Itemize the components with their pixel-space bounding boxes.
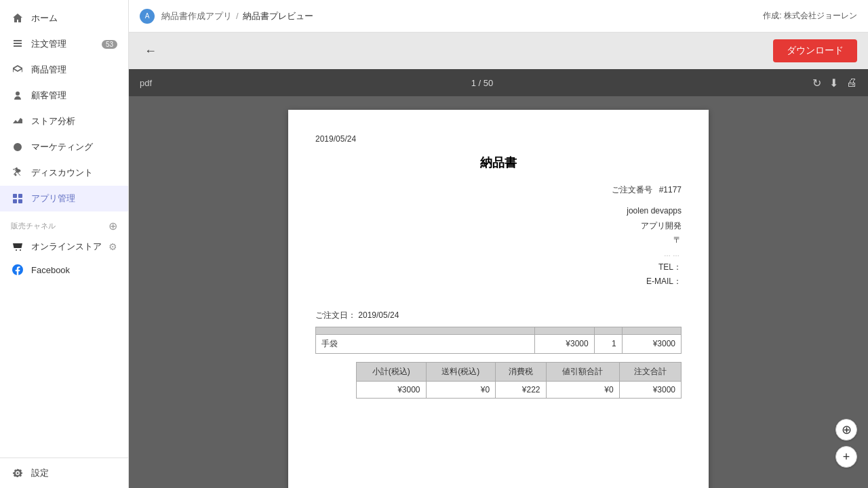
download-button[interactable]: ダウンロード xyxy=(773,39,857,62)
sidebar-item-label: 顧客管理 xyxy=(31,89,66,102)
customers-icon xyxy=(11,89,24,102)
settings-nav[interactable]: 設定 xyxy=(11,466,117,480)
svg-rect-4 xyxy=(18,194,22,198)
pdf-toolbar: pdf 1 / 50 ↻ ⬇ 🖨 xyxy=(129,69,868,96)
svg-rect-3 xyxy=(13,194,17,198)
main-content: A 納品書作成アプリ / 納品書プレビュー 作成: 株式会社ジョーレン ← ダウ… xyxy=(129,0,868,488)
pdf-document: 2019/05/24 納品書 ご注文番号 #1177 joolen devapp… xyxy=(288,110,709,488)
breadcrumb-current: 納品書プレビュー xyxy=(243,10,313,22)
breadcrumb-app: 納品書作成アプリ xyxy=(161,10,232,22)
actionbar: ← ダウンロード xyxy=(129,33,868,69)
sidebar-item-orders[interactable]: 注文管理 53 xyxy=(0,31,128,57)
pdf-title: 納品書 xyxy=(315,155,682,171)
sidebar-item-marketing[interactable]: マーケティング xyxy=(0,134,128,160)
sidebar-item-customers[interactable]: 顧客管理 xyxy=(0,83,128,108)
back-button[interactable]: ← xyxy=(140,40,161,62)
settings-label: 設定 xyxy=(31,467,49,479)
sidebar-item-label: アプリ管理 xyxy=(31,192,75,205)
th-unit-price xyxy=(535,327,594,334)
sidebar: ホーム 注文管理 53 商品管理 顧客管理 xyxy=(0,0,129,488)
online-settings-icon[interactable]: ⚙ xyxy=(108,241,117,252)
pdf-items-table: 手袋 ¥3000 1 ¥3000 xyxy=(315,327,682,354)
pdf-recipient: joolen devapps アプリ開発 〒 …… TEL： E-MAIL： xyxy=(612,204,682,289)
sidebar-item-label: ディスカウント xyxy=(31,167,93,179)
pdf-viewer: pdf 1 / 50 ↻ ⬇ 🖨 2019/05/24 納品書 xyxy=(129,69,868,488)
sidebar-item-analytics[interactable]: ストア分析 xyxy=(0,108,128,134)
sidebar-item-products[interactable]: 商品管理 xyxy=(0,57,128,83)
creator-info: 作成: 株式会社ジョーレン xyxy=(763,10,857,22)
sidebar-item-discount[interactable]: ディスカウント xyxy=(0,160,128,186)
pdf-summary-table: 小計(税込)送料(税込)消費税値引額合計注文合計 ¥3000¥0¥222¥0¥3… xyxy=(356,362,682,399)
sidebar-item-label: マーケティング xyxy=(31,141,93,153)
sidebar-item-apps[interactable]: アプリ管理 xyxy=(0,186,128,211)
address-dots: …… xyxy=(612,248,682,260)
breadcrumb-sep: / xyxy=(236,11,239,21)
add-channel-icon[interactable]: ⊕ xyxy=(108,220,117,232)
home-icon xyxy=(11,12,24,25)
pdf-scroll[interactable]: 2019/05/24 納品書 ご注文番号 #1177 joolen devapp… xyxy=(129,96,868,488)
summary-header-row: 小計(税込)送料(税込)消費税値引額合計注文合計 xyxy=(357,362,682,381)
pdf-order-number: ご注文番号 #1177 xyxy=(612,184,682,196)
orders-icon xyxy=(11,37,24,51)
sidebar-item-home[interactable]: ホーム xyxy=(0,5,128,31)
svg-rect-5 xyxy=(13,199,17,203)
toolbar-actions: ↻ ⬇ 🖨 xyxy=(812,77,857,89)
orders-badge: 53 xyxy=(102,40,117,49)
svg-point-0 xyxy=(19,170,21,172)
sidebar-item-label: 商品管理 xyxy=(31,64,66,76)
analytics-icon xyxy=(11,115,24,128)
marketing-icon xyxy=(11,140,24,154)
th-product-name xyxy=(316,327,535,334)
pdf-order-date: ご注文日： 2019/05/24 xyxy=(315,310,682,321)
sidebar-footer: 設定 xyxy=(0,458,128,488)
breadcrumb: A 納品書作成アプリ / 納品書プレビュー xyxy=(140,9,313,24)
channel-online-label: オンラインストア xyxy=(31,241,102,253)
th-total xyxy=(622,327,681,334)
sidebar-nav: ホーム 注文管理 53 商品管理 顧客管理 xyxy=(0,0,128,458)
sales-channel-label: 販売チャネル xyxy=(11,221,56,231)
content-area: ← ダウンロード pdf 1 / 50 ↻ ⬇ 🖨 2019/05/24 納品書 xyxy=(129,33,868,488)
channel-item-online[interactable]: オンラインストア ⚙ xyxy=(0,235,128,258)
settings-icon xyxy=(11,466,24,480)
sales-channel-section: 販売チャネル ⊕ xyxy=(0,211,128,235)
app-icon: A xyxy=(140,9,155,24)
sidebar-item-label: ストア分析 xyxy=(31,115,75,127)
pdf-label: pdf xyxy=(140,78,152,88)
products-icon xyxy=(11,63,24,77)
page-info: 1 / 50 xyxy=(471,78,494,88)
svg-point-1 xyxy=(15,174,17,176)
channel-facebook-label: Facebook xyxy=(31,265,70,275)
zoom-controls: ⊕ + xyxy=(835,419,857,468)
pdf-date: 2019/05/24 xyxy=(315,134,682,144)
zoom-fit-button[interactable]: ⊕ xyxy=(835,419,857,441)
topbar: A 納品書作成アプリ / 納品書プレビュー 作成: 株式会社ジョーレン xyxy=(129,0,868,33)
table-row: 手袋 ¥3000 1 ¥3000 xyxy=(316,334,682,353)
svg-rect-6 xyxy=(18,199,22,203)
print-icon[interactable]: 🖨 xyxy=(846,77,857,89)
refresh-icon[interactable]: ↻ xyxy=(812,77,821,89)
summary-data-row: ¥3000¥0¥222¥0¥3000 xyxy=(357,381,682,398)
zoom-in-button[interactable]: + xyxy=(835,446,857,468)
sidebar-item-label: 注文管理 xyxy=(31,38,66,50)
online-store-icon xyxy=(11,240,24,253)
channel-item-facebook[interactable]: Facebook xyxy=(0,258,128,281)
th-qty xyxy=(594,327,622,334)
download-toolbar-icon[interactable]: ⬇ xyxy=(829,77,838,89)
discount-icon xyxy=(11,166,24,180)
sidebar-item-label: ホーム xyxy=(31,12,58,24)
facebook-icon xyxy=(11,263,24,277)
apps-icon xyxy=(11,192,24,205)
